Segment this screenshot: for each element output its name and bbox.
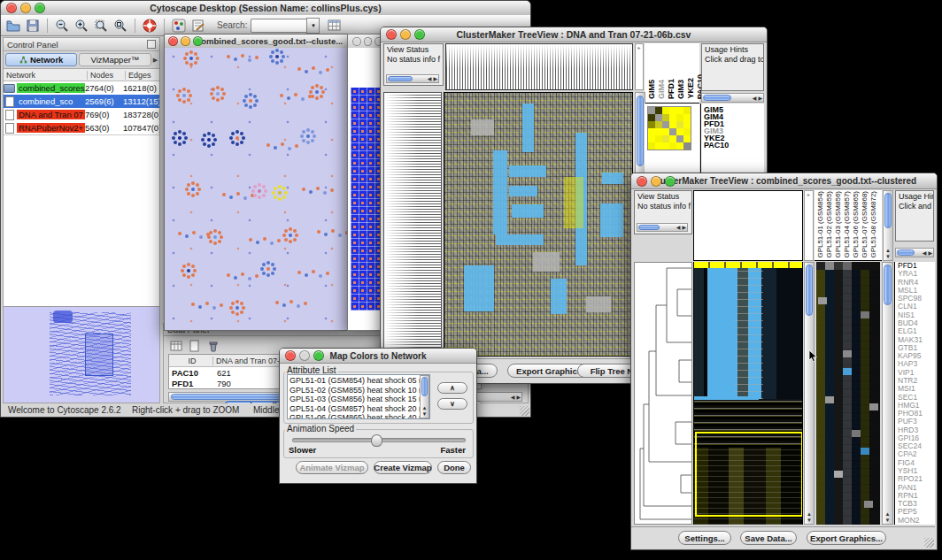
minimize-button[interactable] [651, 176, 661, 187]
id-column-header[interactable]: ID [169, 357, 213, 365]
column-label[interactable]: GPL51-02 (GSM855) [825, 191, 833, 258]
zoom-button[interactable] [665, 176, 676, 187]
tab-network[interactable]: Network [5, 53, 77, 66]
column-label[interactable]: PFD1 [667, 79, 676, 99]
main-titlebar[interactable]: Cytoscape Desktop (Session Name: collins… [1, 1, 530, 16]
attribute-item[interactable]: GPL51-02 (GSM855) heat shock 10 min [290, 386, 428, 395]
scroll-left-icon[interactable]: ◀ [511, 394, 515, 400]
save-icon[interactable] [25, 18, 41, 34]
attribute-item[interactable]: GPL51-03 (GSM856) heat shock 15 min [290, 395, 428, 404]
column-label[interactable]: GIM5 [647, 80, 656, 99]
column-label[interactable]: GPL51-08 (GSM872) [869, 191, 877, 258]
attribute-item[interactable]: GPL51-06 (GSM865) heat shock 40 min [290, 413, 428, 419]
help-icon[interactable] [142, 18, 158, 34]
zoom-button[interactable] [414, 29, 425, 40]
tv2-zoom-heatmap[interactable] [816, 262, 880, 525]
close-button[interactable] [285, 350, 296, 361]
delete-attribute-icon[interactable] [206, 339, 220, 352]
annotation-icon[interactable] [190, 18, 206, 34]
zoom-button[interactable] [313, 350, 324, 361]
column-label[interactable]: GPL51-03 (GSM856) [834, 191, 842, 258]
tv2-row-dendrogram[interactable] [634, 262, 692, 525]
float-panel-icon[interactable] [147, 40, 156, 49]
close-button[interactable] [352, 37, 361, 46]
tv2-heatmap-vscrollbar[interactable]: ▲▼ [804, 262, 815, 525]
column-label[interactable]: GPL51-06 (GSM865) [852, 191, 860, 258]
zoom-fit-icon[interactable] [93, 18, 109, 34]
create-vizmap-button[interactable]: Create Vizmap [374, 461, 432, 474]
vizmapper-icon[interactable] [171, 18, 187, 34]
tv2-resize-grip[interactable] [924, 538, 934, 548]
search-input[interactable] [251, 19, 306, 33]
slider-thumb[interactable] [371, 434, 382, 447]
tv1-row-dendrogram[interactable] [383, 92, 442, 357]
tv1-status-hscrollbar[interactable]: ◀▶ [386, 74, 439, 83]
settings-button[interactable]: Settings... [678, 531, 731, 545]
heatmap-selection-rect[interactable] [695, 432, 803, 517]
column-label[interactable]: GIM4 [657, 80, 666, 99]
move-up-button[interactable]: ∧ [437, 382, 467, 394]
search-dropdown-button[interactable]: ▼ [306, 18, 320, 34]
col-nodes[interactable]: Nodes [88, 71, 126, 80]
close-button[interactable] [168, 36, 178, 46]
tv2-usage-hscrollbar[interactable]: ◀▶ [895, 248, 934, 257]
zoom-out-icon[interactable] [54, 18, 70, 34]
save-data-button[interactable]: Save Data... [740, 531, 797, 545]
export-graphics-button[interactable]: Export Graphics... [807, 531, 886, 545]
zoom-selected-icon[interactable] [112, 18, 128, 34]
gene-label[interactable]: PAC10 [704, 142, 764, 149]
network-canvas[interactable] [165, 48, 348, 330]
close-button[interactable] [637, 176, 647, 187]
zoom-button[interactable] [193, 36, 203, 46]
done-button[interactable]: Done [437, 461, 471, 474]
tv2-labels-vscrollbar[interactable]: ▲▼ [883, 190, 893, 261]
network-row[interactable]: combined_scores 2764(0) 16218(0) [4, 81, 159, 95]
column-label[interactable]: GIM3 [676, 80, 685, 99]
tv2-status-hscrollbar[interactable]: ◀▶ [637, 223, 688, 232]
tv2-global-heatmap[interactable] [693, 262, 803, 525]
birdseye-view[interactable] [4, 306, 159, 403]
network-row[interactable]: combined_sco 2569(6) 13112(15) [4, 95, 159, 108]
network-row[interactable]: RNAPuberNov2+ 563(0) 107847(0) [4, 121, 159, 134]
attribute-browser-icon[interactable] [327, 18, 343, 34]
birdseye-viewport-rect[interactable] [85, 334, 113, 376]
col-network[interactable]: Network [4, 71, 88, 80]
close-button[interactable] [6, 3, 17, 13]
gene-label[interactable]: MON2 [898, 517, 935, 525]
main-resize-grip[interactable] [520, 406, 529, 416]
column-label[interactable]: YKE2 [686, 78, 695, 99]
animate-vizmap-button[interactable]: Animate Vizmap [296, 461, 368, 474]
tv1-column-dendrogram[interactable] [445, 43, 633, 90]
col-edges[interactable]: Edges [126, 71, 159, 80]
network-row[interactable]: DNA and Tran 07 769(0) 183728(0) [4, 108, 159, 121]
select-attributes-icon[interactable] [169, 339, 182, 352]
column-label[interactable]: GPL51-01 (GSM854) [816, 191, 824, 258]
tv2-column-dendrogram[interactable] [693, 190, 803, 261]
scroll-right-icon[interactable]: ▶ [516, 394, 521, 400]
attribute-list[interactable]: GPL51-01 (GSM854) heat shock 05 minGPL51… [287, 374, 430, 419]
zoom-in-icon[interactable] [73, 18, 89, 34]
tv1-usage-hscrollbar[interactable]: ◀▶ [701, 93, 764, 103]
tv1-global-heatmap[interactable] [444, 92, 633, 357]
column-label[interactable]: GPL51-04 (GSM857) [843, 191, 851, 258]
close-button[interactable] [386, 29, 397, 40]
tab-vizmapper[interactable]: VizMapper™ [79, 53, 151, 66]
column-label[interactable]: GPL51-07 (GSM868) [861, 191, 869, 258]
minimize-button[interactable] [20, 3, 31, 13]
minimize-button[interactable] [400, 29, 411, 40]
tv2-genes-vscrollbar[interactable]: ▲▼ [882, 262, 893, 525]
minimize-button[interactable] [181, 36, 190, 46]
open-file-icon[interactable] [5, 18, 21, 34]
zoom-button[interactable] [35, 3, 45, 13]
attribute-item[interactable]: GPL51-04 (GSM857) heat shock 20 min [290, 404, 428, 414]
move-down-button[interactable]: ∨ [437, 398, 467, 410]
animation-speed-slider[interactable] [292, 438, 466, 442]
tv1-zoom-heatmap[interactable] [647, 106, 691, 150]
map-colors-dialog: Map Colors to Network Attribute List GPL… [279, 348, 477, 484]
minimize-button[interactable] [299, 350, 310, 361]
attribute-item[interactable]: GPL51-01 (GSM854) heat shock 05 min [290, 376, 428, 386]
tab-overflow-arrow[interactable]: ▶ [153, 57, 158, 64]
attribute-list-scrollbar[interactable]: ▲▼ [420, 375, 429, 418]
new-attribute-icon[interactable] [188, 339, 201, 352]
minimize-button[interactable] [364, 37, 373, 46]
